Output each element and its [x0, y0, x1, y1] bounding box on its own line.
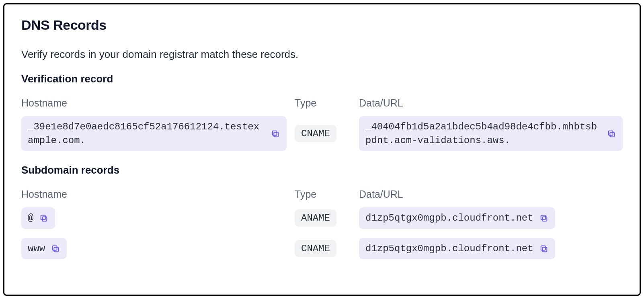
- subdomain-hostname-pill: www: [21, 238, 67, 260]
- copy-icon[interactable]: [51, 244, 60, 254]
- subdomain-hostname-value: www: [28, 242, 45, 256]
- header-hostname: Hostname: [21, 188, 287, 200]
- header-data: Data/URL: [359, 188, 623, 200]
- verification-section-title: Verification record: [21, 73, 623, 85]
- svg-rect-6: [542, 217, 547, 221]
- svg-rect-1: [273, 131, 277, 135]
- svg-rect-5: [41, 215, 45, 220]
- subdomain-data-pill: d1zp5qtgx0mgpb.cloudfront.net: [359, 238, 555, 260]
- subdomain-hostname-pill: @: [21, 207, 55, 229]
- dns-records-panel: DNS Records Verify records in your domai…: [3, 3, 641, 296]
- header-hostname: Hostname: [21, 97, 287, 109]
- page-title: DNS Records: [21, 17, 623, 33]
- verification-data-value: _40404fb1d5a2a1bdec5b4ad98de4cfbb.mhbtsb…: [365, 120, 601, 147]
- svg-rect-4: [43, 217, 47, 221]
- svg-rect-3: [609, 131, 613, 135]
- header-type: Type: [295, 97, 351, 109]
- verification-header-row: Hostname Type Data/URL: [21, 97, 623, 109]
- subdomain-type-value: CNAME: [295, 240, 336, 257]
- copy-icon[interactable]: [539, 244, 549, 254]
- subdomain-record-row: @ ANAME d1zp5qtgx0mgpb.cloudfront.net: [21, 207, 623, 229]
- copy-icon[interactable]: [539, 213, 549, 223]
- copy-icon[interactable]: [39, 213, 49, 223]
- subdomain-record-row: www CNAME d1zp5qtgx0mgpb.cloudfront.net: [21, 238, 623, 260]
- header-type: Type: [295, 188, 351, 200]
- verification-type-value: CNAME: [295, 125, 336, 142]
- svg-rect-11: [541, 246, 545, 250]
- verification-data-pill: _40404fb1d5a2a1bdec5b4ad98de4cfbb.mhbtsb…: [359, 116, 623, 151]
- svg-rect-8: [54, 247, 59, 252]
- svg-rect-7: [541, 215, 545, 220]
- verification-hostname-pill: _39e1e8d7e0aedc8165cf52a176612124.testex…: [21, 116, 287, 151]
- svg-rect-2: [610, 132, 614, 137]
- subdomain-section-title: Subdomain records: [21, 164, 623, 176]
- svg-rect-10: [542, 247, 547, 252]
- verification-record-row: _39e1e8d7e0aedc8165cf52a176612124.testex…: [21, 116, 623, 151]
- copy-icon[interactable]: [607, 129, 616, 139]
- subdomain-data-value: d1zp5qtgx0mgpb.cloudfront.net: [365, 242, 533, 256]
- subdomain-data-value: d1zp5qtgx0mgpb.cloudfront.net: [365, 211, 533, 225]
- subdomain-hostname-value: @: [28, 211, 33, 225]
- copy-icon[interactable]: [271, 129, 280, 139]
- verification-hostname-value: _39e1e8d7e0aedc8165cf52a176612124.testex…: [28, 120, 265, 147]
- svg-rect-9: [53, 246, 57, 250]
- subdomain-header-row: Hostname Type Data/URL: [21, 188, 623, 200]
- subdomain-data-pill: d1zp5qtgx0mgpb.cloudfront.net: [359, 207, 555, 229]
- svg-rect-0: [274, 132, 278, 137]
- header-data: Data/URL: [359, 97, 623, 109]
- subdomain-type-value: ANAME: [295, 209, 336, 227]
- description-text: Verify records in your domain registrar …: [21, 48, 623, 61]
